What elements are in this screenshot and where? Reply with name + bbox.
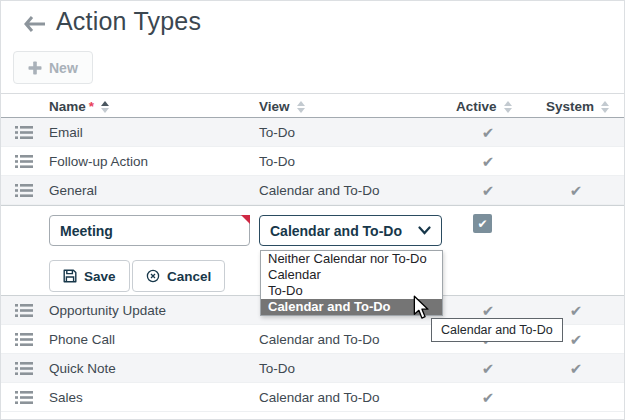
row-view: Calendar and To-Do (259, 176, 380, 205)
tooltip: Calendar and To-Do (431, 318, 563, 342)
table-header: Name* View Active System (1, 93, 624, 118)
view-select-value: Calendar and To-Do (270, 223, 402, 239)
active-check-icon: ✔ (471, 354, 505, 383)
system-check-icon: ✔ (559, 325, 593, 354)
back-arrow-icon[interactable] (23, 15, 47, 33)
drag-handle-icon[interactable] (15, 118, 35, 147)
row-name: Opportunity Update (49, 296, 166, 325)
system-check-icon: ✔ (559, 296, 593, 325)
table-row[interactable]: Email To-Do ✔ ✔ (1, 118, 624, 147)
view-select-dropdown: Neither Calendar nor To-Do Calendar To-D… (260, 250, 443, 316)
page-title: Action Types (56, 7, 201, 36)
dropdown-option[interactable]: Calendar (261, 267, 442, 283)
save-icon (63, 269, 77, 283)
sort-icon-active (504, 101, 512, 113)
action-types-page: Action Types New Name* View Active Syste… (0, 0, 625, 420)
row-view: To-Do (259, 147, 295, 176)
column-header-active[interactable]: Active (456, 94, 512, 119)
checkbox-check-icon: ✔ (477, 217, 487, 231)
column-header-name[interactable]: Name* (49, 94, 109, 119)
plus-icon (28, 61, 42, 75)
sort-icon-name (101, 101, 109, 113)
cancel-button-label: Cancel (167, 269, 211, 284)
column-header-system[interactable]: System (546, 94, 609, 119)
dropdown-option-highlighted[interactable]: Calendar and To-Do (261, 299, 442, 315)
table-row[interactable]: General Calendar and To-Do ✔ ✔ (1, 176, 624, 205)
drag-handle-icon[interactable] (15, 383, 35, 412)
system-check-icon: ✔ (559, 176, 593, 205)
active-check-icon: ✔ (471, 176, 505, 205)
row-name: Quick Note (49, 354, 116, 383)
row-view: Calendar and To-Do (259, 383, 380, 412)
row-name: Phone Call (49, 325, 115, 354)
column-header-view[interactable]: View (259, 94, 305, 119)
name-input[interactable] (49, 215, 250, 246)
row-name: General (49, 176, 97, 205)
save-button-label: Save (84, 269, 116, 284)
sort-icon-system (601, 101, 609, 113)
active-check-icon: ✔ (471, 118, 505, 147)
row-name: Follow-up Action (49, 147, 148, 176)
active-check-icon: ✔ (471, 383, 505, 412)
drag-handle-icon[interactable] (15, 176, 35, 205)
dropdown-option[interactable]: Neither Calendar nor To-Do (261, 251, 442, 267)
row-view: Calendar and To-Do (259, 325, 380, 354)
drag-handle-icon[interactable] (15, 147, 35, 176)
drag-handle-icon[interactable] (15, 296, 35, 325)
cancel-icon (146, 269, 160, 283)
row-view: To-Do (259, 354, 295, 383)
chevron-down-icon (418, 226, 431, 235)
table-row[interactable]: Quick Note To-Do ✔ ✔ (1, 354, 624, 383)
view-select[interactable]: Calendar and To-Do (259, 215, 442, 246)
table-row[interactable]: Sales Calendar and To-Do ✔ ✔ (1, 383, 624, 412)
drag-handle-icon[interactable] (15, 354, 35, 383)
active-checkbox[interactable]: ✔ (473, 214, 492, 233)
new-button[interactable]: New (13, 51, 93, 84)
new-button-label: New (49, 60, 78, 76)
required-asterisk: * (89, 99, 94, 114)
row-name: Sales (49, 383, 83, 412)
sort-icon-view (297, 101, 305, 113)
save-button[interactable]: Save (49, 260, 130, 292)
system-check-icon: ✔ (559, 354, 593, 383)
dropdown-option[interactable]: To-Do (261, 283, 442, 299)
cancel-button[interactable]: Cancel (132, 260, 225, 292)
drag-handle-icon[interactable] (15, 325, 35, 354)
table-row[interactable]: Follow-up Action To-Do ✔ ✔ (1, 147, 624, 176)
row-name: Email (49, 118, 83, 147)
active-check-icon: ✔ (471, 147, 505, 176)
row-view: To-Do (259, 118, 295, 147)
required-corner-marker (241, 215, 250, 224)
